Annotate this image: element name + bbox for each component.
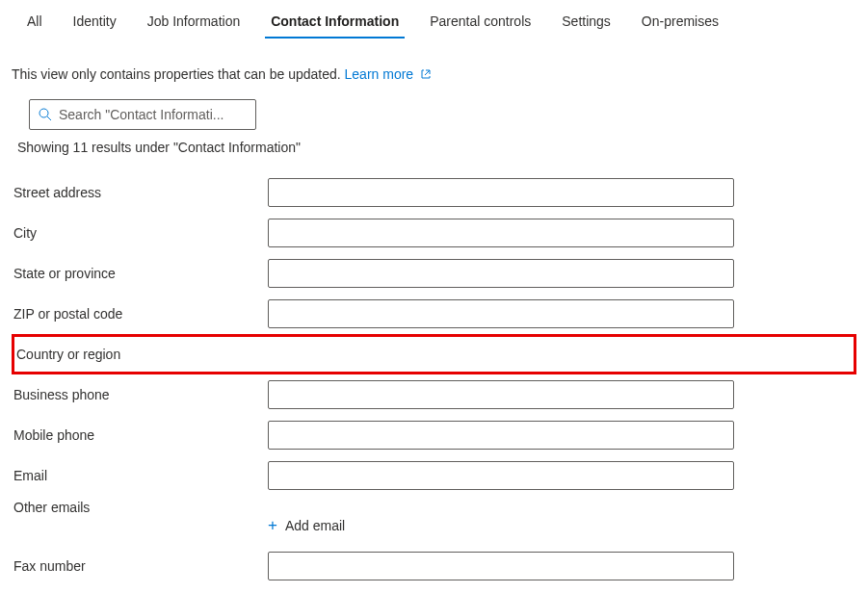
input-street-address[interactable] (268, 178, 734, 207)
row-business-phone: Business phone (12, 374, 856, 415)
label-fax: Fax number (13, 558, 268, 574)
input-fax[interactable] (268, 552, 734, 580)
results-count: Showing 11 results under "Contact Inform… (17, 140, 856, 155)
row-city: City (12, 213, 856, 253)
search-wrap (29, 99, 856, 130)
label-country: Country or region (14, 347, 269, 362)
learn-more-text: Learn more (345, 66, 414, 82)
info-line: This view only contains properties that … (12, 66, 856, 82)
row-fax: Fax number (12, 546, 856, 586)
row-other-emails: Other emails + Add email (12, 496, 856, 546)
tab-identity[interactable]: Identity (58, 8, 132, 39)
row-mobile-phone: Mobile phone (12, 415, 856, 455)
external-link-icon (420, 68, 432, 80)
form-rows: Street address City State or province ZI… (12, 172, 856, 586)
row-email: Email (12, 455, 856, 496)
input-zip[interactable] (268, 299, 734, 328)
svg-line-1 (47, 116, 51, 120)
label-street-address: Street address (13, 185, 268, 200)
label-city: City (13, 225, 268, 241)
tab-job-information[interactable]: Job Information (132, 8, 256, 39)
tab-contact-information[interactable]: Contact Information (255, 8, 414, 39)
label-other-emails: Other emails (13, 496, 268, 515)
row-state: State or province (12, 253, 856, 294)
info-text: This view only contains properties that … (12, 66, 341, 82)
row-street-address: Street address (12, 172, 856, 213)
label-zip: ZIP or postal code (13, 306, 268, 322)
add-email-label: Add email (285, 518, 345, 533)
label-state: State or province (13, 266, 268, 281)
tab-parental-controls[interactable]: Parental controls (414, 8, 546, 39)
search-input[interactable] (59, 107, 248, 122)
learn-more-link[interactable]: Learn more (345, 66, 432, 82)
input-city[interactable] (268, 219, 734, 247)
tab-on-premises[interactable]: On-premises (626, 8, 734, 39)
plus-icon: + (268, 516, 277, 535)
input-country[interactable] (269, 341, 735, 368)
tab-all[interactable]: All (12, 8, 58, 39)
svg-point-0 (39, 109, 48, 117)
input-state[interactable] (268, 259, 734, 288)
label-business-phone: Business phone (13, 387, 268, 402)
label-email: Email (13, 468, 268, 483)
row-zip: ZIP or postal code (12, 294, 856, 334)
input-email[interactable] (268, 461, 734, 490)
tab-settings[interactable]: Settings (546, 8, 626, 39)
content-area: This view only contains properties that … (0, 39, 868, 586)
search-icon (38, 107, 53, 122)
label-mobile-phone: Mobile phone (13, 427, 268, 443)
tabs-bar: All Identity Job Information Contact Inf… (0, 0, 868, 39)
input-business-phone[interactable] (268, 380, 734, 409)
row-country-highlighted: Country or region (12, 334, 856, 374)
add-email-button[interactable]: + Add email (268, 512, 345, 539)
search-box[interactable] (29, 99, 256, 130)
input-mobile-phone[interactable] (268, 421, 734, 450)
